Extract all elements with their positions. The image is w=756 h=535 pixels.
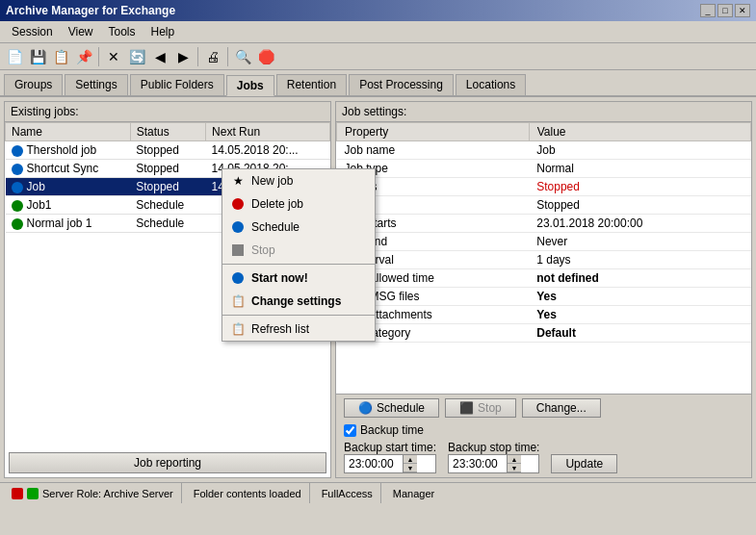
maximize-button[interactable]: □: [717, 4, 733, 17]
change-button[interactable]: Change...: [522, 398, 601, 418]
backup-time-checkbox[interactable]: [344, 424, 356, 437]
value-cell: Stopped: [529, 196, 750, 215]
job-name-cell: Job1: [6, 196, 131, 215]
toolbar-search[interactable]: 🔍: [232, 46, 253, 67]
toolbar-refresh[interactable]: 🔄: [126, 46, 147, 67]
job-icon: [12, 200, 23, 212]
job-icon: [12, 182, 23, 193]
settings-table: Property Value Job name Job Job type Nor…: [336, 122, 751, 343]
backup-start-down[interactable]: ▼: [404, 464, 417, 472]
value-cell: Normal: [529, 160, 750, 178]
menu-help[interactable]: Help: [143, 23, 183, 40]
backup-start-input[interactable]: [345, 455, 403, 472]
menu-tools[interactable]: Tools: [101, 23, 143, 40]
stop-icon: ⬛: [459, 401, 474, 415]
list-item: ress attachments Yes: [337, 306, 751, 324]
menu-session[interactable]: Session: [4, 23, 61, 40]
col-name: Name: [6, 123, 131, 141]
tab-post-processing[interactable]: Post Processing: [349, 74, 454, 95]
bottom-controls: 🔵 Schedule ⬛ Stop Change... Backup time …: [336, 394, 751, 477]
context-menu-item[interactable]: 📋Change settings: [222, 290, 375, 313]
status-bar: Server Role: Archive Server Folder conte…: [0, 482, 756, 503]
list-item: le interval 1 days: [337, 251, 751, 269]
job-status-cell: Stopped: [130, 141, 205, 160]
toolbar-forward[interactable]: ▶: [172, 46, 194, 67]
cm-label: Delete job: [251, 197, 303, 211]
status-access-text: FullAccess: [322, 488, 373, 499]
tab-public-folders[interactable]: Public Folders: [130, 74, 224, 95]
list-item: ress MSG files Yes: [337, 288, 751, 306]
backup-stop-group: Backup stop time: ▲ ▼: [448, 441, 539, 473]
context-menu-item[interactable]: ★New job: [222, 169, 375, 192]
value-cell: 1 days: [529, 251, 750, 269]
context-menu-item[interactable]: Delete job: [222, 192, 375, 216]
job-status-cell: Schedule: [130, 196, 205, 215]
cm-icon: 📋: [230, 321, 246, 337]
tab-bar: Groups Settings Public Folders Jobs Rete…: [0, 70, 756, 97]
table-row[interactable]: Thershold job Stopped 14.05.2018 20:...: [6, 141, 330, 160]
cm-label: Stop: [251, 243, 275, 257]
toolbar-delete[interactable]: ✕: [103, 46, 124, 67]
action-buttons-row: 🔵 Schedule ⬛ Stop Change...: [344, 398, 743, 418]
schedule-button[interactable]: 🔵 Schedule: [344, 398, 439, 418]
job-nextrun-cell: 14.05.2018 20:...: [206, 141, 330, 160]
backup-start-up[interactable]: ▲: [404, 455, 417, 464]
backup-start-input-wrap: ▲ ▼: [344, 454, 436, 473]
backup-time-label: Backup time: [360, 423, 424, 437]
value-cell: Job: [529, 141, 750, 160]
settings-table-scroll[interactable]: Property Value Job name Job Job type Nor…: [336, 122, 751, 394]
tab-groups[interactable]: Groups: [4, 74, 63, 95]
col-nextrun: Next Run: [206, 123, 330, 141]
job-icon: [12, 218, 23, 230]
job-icon: [12, 164, 23, 175]
backup-stop-spinner: ▲ ▼: [507, 455, 521, 472]
menu-view[interactable]: View: [61, 23, 101, 40]
backup-time-checkbox-row: Backup time: [344, 423, 743, 437]
toolbar-back[interactable]: ◀: [149, 46, 170, 67]
backup-stop-input-wrap: ▲ ▼: [448, 454, 539, 473]
stop-button[interactable]: ⬛ Stop: [445, 398, 516, 418]
backup-stop-input[interactable]: [449, 455, 507, 472]
toolbar-stop-red[interactable]: 🛑: [255, 46, 276, 67]
toolbar-copy[interactable]: 📋: [50, 46, 71, 67]
status-user-text: Manager: [393, 488, 434, 499]
tab-jobs[interactable]: Jobs: [226, 75, 274, 96]
value-cell: 23.01.2018 20:00:00: [529, 215, 750, 233]
context-menu: ★New jobDelete jobScheduleStopStart now!…: [222, 168, 376, 342]
job-status-cell: Stopped: [130, 160, 205, 178]
value-cell: Stopped: [529, 178, 750, 196]
toolbar-new[interactable]: 📄: [4, 46, 25, 67]
toolbar-print[interactable]: 🖨: [202, 46, 223, 67]
backup-start-group: Backup start time: ▲ ▼: [344, 441, 436, 473]
window-controls: _ □ ✕: [700, 4, 750, 17]
toolbar-paste[interactable]: 📌: [73, 46, 94, 67]
close-button[interactable]: ✕: [735, 4, 750, 17]
context-menu-item[interactable]: Start now!: [222, 267, 375, 290]
backup-start-spinner: ▲ ▼: [403, 455, 417, 472]
cm-icon: [230, 196, 246, 212]
schedule-icon: 🔵: [358, 401, 373, 415]
tab-locations[interactable]: Locations: [456, 74, 526, 95]
update-button[interactable]: Update: [551, 454, 617, 473]
toolbar-sep3: [227, 47, 228, 66]
context-menu-item[interactable]: Stop: [222, 239, 375, 262]
backup-stop-up[interactable]: ▲: [508, 455, 521, 464]
status-icon-green: [27, 488, 39, 499]
status-folder-segment: Folder contents loaded: [186, 483, 310, 503]
update-label: Update: [565, 457, 603, 471]
context-menu-separator: [222, 315, 375, 316]
toolbar-save[interactable]: 💾: [27, 46, 48, 67]
job-reporting-button[interactable]: Job reporting: [9, 452, 326, 473]
backup-stop-down[interactable]: ▼: [508, 464, 521, 472]
list-item: tion category Default: [337, 324, 751, 343]
value-cell: Yes: [529, 288, 750, 306]
tab-settings[interactable]: Settings: [65, 74, 127, 95]
job-name-cell: Thershold job: [6, 141, 131, 160]
status-icon-red: [12, 488, 23, 499]
cm-icon: [230, 270, 246, 286]
context-menu-item[interactable]: Schedule: [222, 216, 375, 239]
tab-retention[interactable]: Retention: [276, 74, 347, 95]
list-item: Job name Job: [337, 141, 751, 160]
minimize-button[interactable]: _: [700, 4, 716, 17]
context-menu-item[interactable]: 📋Refresh list: [222, 318, 375, 341]
